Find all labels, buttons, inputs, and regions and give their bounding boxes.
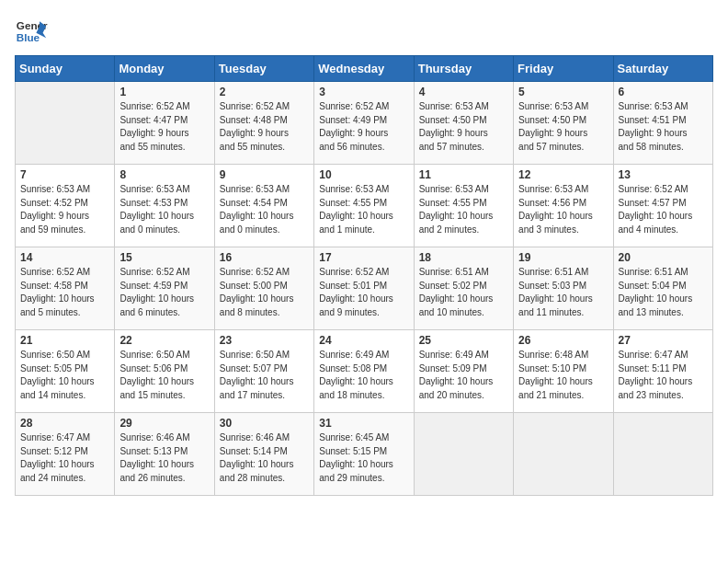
day-info: Sunrise: 6:48 AM Sunset: 5:10 PM Dayligh… [518,349,608,402]
day-cell: 14Sunrise: 6:52 AM Sunset: 4:58 PM Dayli… [16,247,115,330]
day-info: Sunrise: 6:52 AM Sunset: 4:58 PM Dayligh… [20,266,109,319]
day-number: 30 [220,417,309,430]
day-info: Sunrise: 6:51 AM Sunset: 5:04 PM Dayligh… [619,266,708,319]
day-cell: 22Sunrise: 6:50 AM Sunset: 5:06 PM Dayli… [115,330,214,413]
day-info: Sunrise: 6:53 AM Sunset: 4:54 PM Dayligh… [220,183,309,236]
day-info: Sunrise: 6:52 AM Sunset: 4:47 PM Dayligh… [119,100,209,154]
day-cell: 17Sunrise: 6:52 AM Sunset: 5:01 PM Dayli… [314,247,414,330]
day-cell: 16Sunrise: 6:52 AM Sunset: 5:00 PM Dayli… [214,247,313,330]
day-cell: 27Sunrise: 6:47 AM Sunset: 5:11 PM Dayli… [613,330,712,413]
day-info: Sunrise: 6:46 AM Sunset: 5:13 PM Dayligh… [119,431,209,485]
day-cell: 11Sunrise: 6:53 AM Sunset: 4:55 PM Dayli… [414,165,513,247]
day-number: 23 [220,334,309,347]
day-cell: 1Sunrise: 6:52 AM Sunset: 4:47 PM Daylig… [115,82,214,165]
day-info: Sunrise: 6:50 AM Sunset: 5:05 PM Dayligh… [20,349,109,402]
day-info: Sunrise: 6:52 AM Sunset: 4:49 PM Dayligh… [319,100,408,154]
day-number: 20 [619,251,708,264]
day-cell: 29Sunrise: 6:46 AM Sunset: 5:13 PM Dayli… [115,413,214,496]
day-cell: 18Sunrise: 6:51 AM Sunset: 5:02 PM Dayli… [414,247,513,330]
day-number: 22 [119,334,209,347]
day-cell [514,413,613,496]
weekday-header-friday: Friday [514,56,613,82]
day-number: 18 [419,251,508,264]
day-info: Sunrise: 6:50 AM Sunset: 5:06 PM Dayligh… [119,349,209,402]
day-cell: 3Sunrise: 6:52 AM Sunset: 4:49 PM Daylig… [314,82,414,165]
page-header: General Blue [15,15,713,48]
day-info: Sunrise: 6:52 AM Sunset: 4:57 PM Dayligh… [619,183,708,236]
day-number: 7 [20,168,109,181]
day-cell [613,413,712,496]
day-cell: 13Sunrise: 6:52 AM Sunset: 4:57 PM Dayli… [613,165,712,247]
day-cell: 21Sunrise: 6:50 AM Sunset: 5:05 PM Dayli… [16,330,115,413]
day-number: 14 [20,251,109,264]
day-info: Sunrise: 6:53 AM Sunset: 4:53 PM Dayligh… [119,183,209,236]
day-number: 17 [319,251,408,264]
day-info: Sunrise: 6:53 AM Sunset: 4:55 PM Dayligh… [319,183,408,236]
day-number: 28 [20,417,109,430]
weekday-header-monday: Monday [115,56,214,82]
day-cell: 7Sunrise: 6:53 AM Sunset: 4:52 PM Daylig… [16,165,115,247]
day-info: Sunrise: 6:50 AM Sunset: 5:07 PM Dayligh… [220,349,309,402]
day-cell: 24Sunrise: 6:49 AM Sunset: 5:08 PM Dayli… [314,330,414,413]
day-cell: 6Sunrise: 6:53 AM Sunset: 4:51 PM Daylig… [613,82,712,165]
day-number: 19 [518,251,608,264]
day-cell: 19Sunrise: 6:51 AM Sunset: 5:03 PM Dayli… [514,247,613,330]
weekday-header-sunday: Sunday [16,56,115,82]
week-row-5: 28Sunrise: 6:47 AM Sunset: 5:12 PM Dayli… [16,413,713,496]
day-cell: 28Sunrise: 6:47 AM Sunset: 5:12 PM Dayli… [16,413,115,496]
weekday-header-saturday: Saturday [613,56,712,82]
day-info: Sunrise: 6:52 AM Sunset: 5:00 PM Dayligh… [220,266,309,319]
day-cell: 9Sunrise: 6:53 AM Sunset: 4:54 PM Daylig… [214,165,313,247]
weekday-header-row: SundayMondayTuesdayWednesdayThursdayFrid… [16,56,713,82]
logo: General Blue [15,15,51,48]
day-info: Sunrise: 6:52 AM Sunset: 5:01 PM Dayligh… [319,266,408,319]
day-cell: 12Sunrise: 6:53 AM Sunset: 4:56 PM Dayli… [514,165,613,247]
day-info: Sunrise: 6:45 AM Sunset: 5:15 PM Dayligh… [319,431,408,485]
calendar-table: SundayMondayTuesdayWednesdayThursdayFrid… [15,55,713,496]
day-number: 5 [518,86,608,98]
day-cell [16,82,115,165]
day-number: 24 [319,334,408,347]
day-number: 9 [220,168,309,181]
day-cell: 15Sunrise: 6:52 AM Sunset: 4:59 PM Dayli… [115,247,214,330]
day-info: Sunrise: 6:53 AM Sunset: 4:56 PM Dayligh… [518,183,608,236]
day-info: Sunrise: 6:52 AM Sunset: 4:48 PM Dayligh… [220,100,309,154]
day-number: 21 [20,334,109,347]
day-number: 6 [619,86,708,98]
day-number: 15 [119,251,209,264]
day-info: Sunrise: 6:53 AM Sunset: 4:55 PM Dayligh… [419,183,508,236]
day-info: Sunrise: 6:49 AM Sunset: 5:09 PM Dayligh… [419,349,508,402]
day-cell: 23Sunrise: 6:50 AM Sunset: 5:07 PM Dayli… [214,330,313,413]
day-number: 27 [619,334,708,347]
day-number: 16 [220,251,309,264]
day-info: Sunrise: 6:53 AM Sunset: 4:52 PM Dayligh… [20,183,109,236]
week-row-2: 7Sunrise: 6:53 AM Sunset: 4:52 PM Daylig… [16,165,713,247]
weekday-header-thursday: Thursday [414,56,513,82]
day-cell: 26Sunrise: 6:48 AM Sunset: 5:10 PM Dayli… [514,330,613,413]
day-cell: 10Sunrise: 6:53 AM Sunset: 4:55 PM Dayli… [314,165,414,247]
day-number: 2 [220,86,309,98]
day-info: Sunrise: 6:53 AM Sunset: 4:50 PM Dayligh… [518,100,608,154]
day-number: 8 [119,168,209,181]
day-info: Sunrise: 6:51 AM Sunset: 5:02 PM Dayligh… [419,266,508,319]
day-cell: 5Sunrise: 6:53 AM Sunset: 4:50 PM Daylig… [514,82,613,165]
day-number: 3 [319,86,408,98]
logo-icon: General Blue [15,15,48,48]
day-cell [414,413,513,496]
weekday-header-tuesday: Tuesday [214,56,313,82]
day-info: Sunrise: 6:47 AM Sunset: 5:12 PM Dayligh… [20,431,109,485]
day-number: 11 [419,168,508,181]
day-number: 13 [619,168,708,181]
day-info: Sunrise: 6:47 AM Sunset: 5:11 PM Dayligh… [619,349,708,402]
day-number: 26 [518,334,608,347]
day-cell: 25Sunrise: 6:49 AM Sunset: 5:09 PM Dayli… [414,330,513,413]
week-row-3: 14Sunrise: 6:52 AM Sunset: 4:58 PM Dayli… [16,247,713,330]
day-number: 29 [119,417,209,430]
day-cell: 8Sunrise: 6:53 AM Sunset: 4:53 PM Daylig… [115,165,214,247]
day-info: Sunrise: 6:53 AM Sunset: 4:51 PM Dayligh… [619,100,708,154]
day-cell: 2Sunrise: 6:52 AM Sunset: 4:48 PM Daylig… [214,82,313,165]
day-info: Sunrise: 6:49 AM Sunset: 5:08 PM Dayligh… [319,349,408,402]
day-number: 4 [419,86,508,98]
week-row-4: 21Sunrise: 6:50 AM Sunset: 5:05 PM Dayli… [16,330,713,413]
day-info: Sunrise: 6:46 AM Sunset: 5:14 PM Dayligh… [220,431,309,485]
